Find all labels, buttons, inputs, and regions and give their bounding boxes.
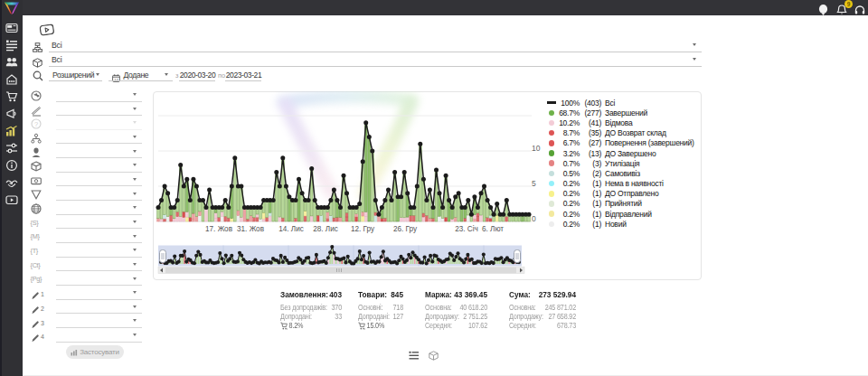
svg-text:0: 0: [532, 214, 536, 223]
svg-text:26. Гру: 26. Гру: [393, 225, 418, 233]
svg-text:10: 10: [532, 144, 541, 153]
svg-text:28. Лис: 28. Лис: [313, 225, 338, 233]
svg-text:14. Лис: 14. Лис: [278, 225, 304, 233]
svg-text:x: x: [287, 327, 288, 330]
svg-text:31. Жов: 31. Жов: [237, 225, 264, 233]
svg-text:6. Лют: 6. Лют: [482, 225, 504, 233]
svg-text:12. Гру: 12. Гру: [351, 225, 375, 233]
svg-text:5: 5: [532, 179, 536, 188]
svg-text:x: x: [364, 327, 365, 330]
svg-text:23. Січ: 23. Січ: [455, 225, 478, 233]
svg-text:?: ?: [34, 120, 38, 128]
svg-text:17. Жов: 17. Жов: [205, 225, 232, 233]
